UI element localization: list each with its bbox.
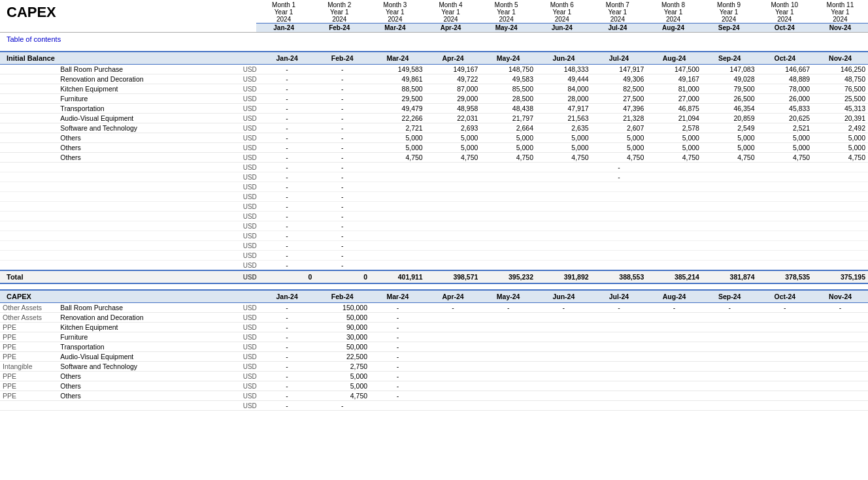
table-row: USD - - <box>0 261 868 271</box>
toc-container: Table of contents <box>0 33 868 47</box>
table-row: Others USD - - 5,000 5,000 5,000 5,000 5… <box>0 133 868 143</box>
month8-num: Month 8 <box>645 0 701 8</box>
page: CAPEX Month 1 Month 2 Month 3 Month 4 Mo… <box>0 0 868 480</box>
page-title: CAPEX <box>7 4 56 20</box>
total-row: Total USD 0 0 401,911 398,571 395,232 39… <box>0 270 868 283</box>
month11-num: Month 11 <box>812 0 868 8</box>
table-row: USD - - <box>0 202 868 212</box>
table-row: PPE Others USD - 4,750 - <box>0 391 868 401</box>
table-row: USD - - <box>0 401 868 411</box>
table-row: USD - - <box>0 241 868 251</box>
title-row: CAPEX Month 1 Month 2 Month 3 Month 4 Mo… <box>0 0 868 8</box>
table-row: USD - - <box>0 221 868 231</box>
table-row: PPE Transportation USD - 50,000 - <box>0 342 868 352</box>
toc-link[interactable]: Table of contents <box>7 35 61 43</box>
month1-num: Month 1 <box>256 0 312 8</box>
table-row: PPE Audio-Visual Equipment USD - 22,500 … <box>0 352 868 362</box>
table-row: USD - - <box>0 192 868 202</box>
table-row: Others USD - - 5,000 5,000 5,000 5,000 5… <box>0 143 868 153</box>
month9-num: Month 9 <box>701 0 757 8</box>
table-row: Intangible Software and Technology USD -… <box>0 362 868 372</box>
table-row: Other Assets Ball Room Purchase USD - 15… <box>0 303 868 313</box>
month5-num: Month 5 <box>478 0 534 8</box>
month4-num: Month 4 <box>423 0 478 8</box>
table-row: Other Assets Renovation and Decoration U… <box>0 313 868 323</box>
table-row: USD - - <box>0 182 868 192</box>
table-row: USD - - - <box>0 172 868 182</box>
table-row: USD - - <box>0 251 868 261</box>
table-row: Kitchen Equipment USD - - 88,500 87,000 … <box>0 84 868 94</box>
month3-num: Month 3 <box>367 0 423 8</box>
table-row: PPE Others USD - 5,000 - <box>0 381 868 391</box>
table-row: USD - - <box>0 231 868 241</box>
month10-num: Month 10 <box>757 0 812 8</box>
table-row: Audio-Visual Equipment USD - - 22,266 22… <box>0 114 868 123</box>
table-row: USD - - - <box>0 163 868 172</box>
table-row: PPE Others USD - 5,000 - <box>0 372 868 381</box>
table-row: PPE Furniture USD - 30,000 - <box>0 332 868 342</box>
spacer <box>0 283 868 290</box>
table-row: USD - - <box>0 212 868 221</box>
initial-balance-header: Initial Balance Jan-24 Feb-24 Mar-24 Apr… <box>0 52 868 65</box>
table-row: Renovation and Decoration USD - - 49,861… <box>0 74 868 84</box>
table-row: Furniture USD - - 29,500 29,000 28,500 2… <box>0 94 868 104</box>
table-row: Ball Room Purchase USD - - 149,583 149,1… <box>0 65 868 74</box>
month2-num: Month 2 <box>312 0 367 8</box>
table-row: PPE Kitchen Equipment USD - 90,000 - <box>0 323 868 332</box>
table-row: Others USD - - 4,750 4,750 4,750 4,750 4… <box>0 153 868 163</box>
table-row: Transportation USD - - 49,479 48,958 48,… <box>0 104 868 114</box>
capex-section-header: CAPEX Jan-24 Feb-24 Mar-24 Apr-24 May-24… <box>0 290 868 303</box>
month7-num: Month 7 <box>590 0 645 8</box>
table-row: Software and Technology USD - - 2,721 2,… <box>0 123 868 133</box>
month6-num: Month 6 <box>534 0 590 8</box>
